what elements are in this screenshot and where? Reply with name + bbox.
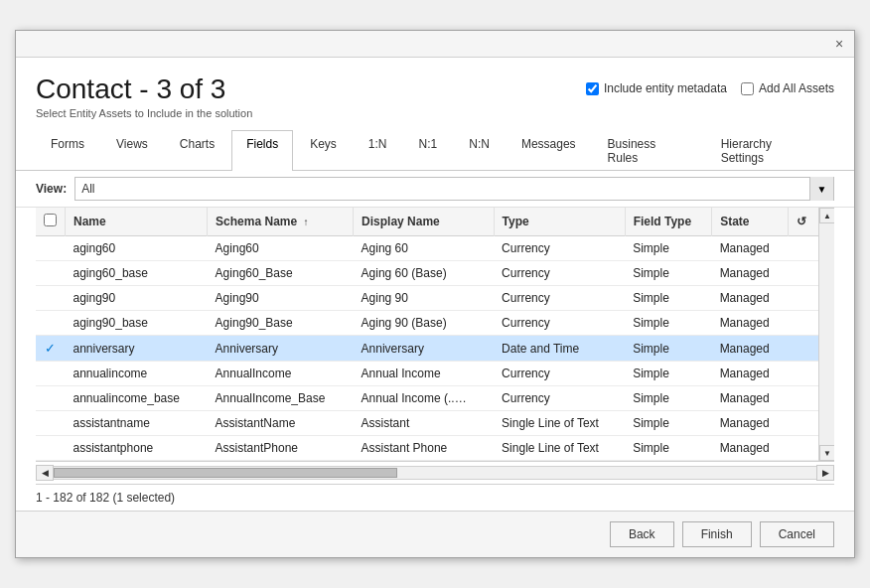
row-type: Currency — [494, 261, 625, 286]
view-select-value: All — [75, 177, 809, 201]
table-scroll-area: Name Schema Name ↑ Display Name Type Fie… — [36, 208, 818, 461]
row-check-cell[interactable] — [36, 436, 66, 461]
include-metadata-text: Include entity metadata — [604, 81, 727, 95]
dialog-header: Contact - 3 of 3 Select Entity Assets to… — [16, 58, 854, 129]
row-name: aging60_base — [66, 261, 208, 286]
col-name[interactable]: Name — [66, 208, 208, 236]
sort-icon: ↑ — [304, 217, 309, 227]
scrollbar-thumb[interactable] — [54, 468, 397, 478]
row-check-cell[interactable] — [36, 311, 66, 336]
include-metadata-checkbox[interactable] — [586, 82, 599, 95]
data-table: Name Schema Name ↑ Display Name Type Fie… — [36, 208, 818, 461]
finish-button[interactable]: Finish — [682, 521, 752, 547]
back-button[interactable]: Back — [610, 521, 674, 547]
cancel-button[interactable]: Cancel — [760, 521, 834, 547]
row-display-name: Assistant — [354, 411, 495, 436]
col-state[interactable]: State — [712, 208, 789, 236]
close-button[interactable]: × — [830, 35, 848, 53]
col-check[interactable] — [36, 208, 66, 236]
tab-messages[interactable]: Messages — [507, 130, 591, 171]
row-action — [788, 286, 818, 311]
include-metadata-label[interactable]: Include entity metadata — [586, 81, 727, 95]
tab-keys[interactable]: Keys — [295, 130, 352, 171]
row-action — [788, 236, 818, 261]
row-display-name: Aging 60 — [354, 236, 495, 261]
tab-hierarchy-settings[interactable]: Hierarchy Settings — [706, 130, 832, 171]
footer: Back Finish Cancel — [16, 511, 854, 557]
view-select[interactable]: All ▼ — [74, 177, 834, 201]
col-schema-name[interactable]: Schema Name ↑ — [208, 208, 354, 236]
row-state: Managed — [712, 411, 789, 436]
table-row[interactable]: aging90_baseAging90_BaseAging 90 (Base)C… — [36, 311, 818, 336]
table-row[interactable]: aging60Aging60Aging 60CurrencySimpleMana… — [36, 236, 818, 261]
row-type: Date and Time — [494, 336, 625, 362]
tab-n-n[interactable]: N:N — [454, 130, 505, 171]
row-field-type: Simple — [625, 436, 711, 461]
row-field-type: Simple — [625, 386, 711, 411]
table-row[interactable]: aging60_baseAging60_BaseAging 60 (Base)C… — [36, 261, 818, 286]
tab-business-rules[interactable]: Business Rules — [593, 130, 704, 171]
tab-views[interactable]: Views — [101, 130, 163, 171]
row-action — [788, 311, 818, 336]
row-display-name: Assistant Phone — [354, 436, 495, 461]
table-row[interactable]: assistantnameAssistantNameAssistantSingl… — [36, 411, 818, 436]
tab-fields[interactable]: Fields — [231, 130, 293, 171]
row-type: Single Line of Text — [494, 436, 625, 461]
row-check-cell[interactable] — [36, 386, 66, 411]
row-type: Currency — [494, 286, 625, 311]
row-field-type: Simple — [625, 362, 711, 386]
row-field-type: Simple — [625, 261, 711, 286]
row-schema-name: Aging60_Base — [208, 261, 354, 286]
status-bar: 1 - 182 of 182 (1 selected) — [16, 485, 854, 511]
row-state: Managed — [712, 236, 789, 261]
row-check-cell[interactable] — [36, 362, 66, 386]
table-row[interactable]: annualincomeAnnualIncomeAnnual IncomeCur… — [36, 362, 818, 386]
row-action — [788, 436, 818, 461]
right-scrollbar: ▲ ▼ — [818, 208, 834, 461]
row-schema-name: Anniversary — [208, 336, 354, 362]
dialog-subtitle: Select Entity Assets to Include in the s… — [36, 107, 252, 119]
row-display-name: Aging 60 (Base) — [354, 261, 495, 286]
scroll-down-button[interactable]: ▼ — [819, 445, 834, 461]
row-schema-name: AssistantName — [208, 411, 354, 436]
add-all-assets-label[interactable]: Add All Assets — [741, 81, 834, 95]
table-row[interactable]: ✓anniversaryAnniversaryAnniversaryDate a… — [36, 336, 818, 362]
tab-forms[interactable]: Forms — [36, 130, 99, 171]
col-refresh[interactable]: ↺ — [788, 208, 818, 236]
view-label: View: — [36, 182, 67, 196]
table-row[interactable]: assistantphoneAssistantPhoneAssistant Ph… — [36, 436, 818, 461]
row-action — [788, 411, 818, 436]
tab-1-n[interactable]: 1:N — [354, 130, 402, 171]
tab-n-1[interactable]: N:1 — [404, 130, 453, 171]
row-field-type: Simple — [625, 311, 711, 336]
table-row[interactable]: annualincome_baseAnnualIncome_BaseAnnual… — [36, 386, 818, 411]
add-all-assets-checkbox[interactable] — [741, 82, 754, 95]
tab-charts[interactable]: Charts — [165, 130, 229, 171]
row-name: aging90 — [66, 286, 208, 311]
col-type[interactable]: Type — [494, 208, 625, 236]
row-check-cell[interactable] — [36, 261, 66, 286]
row-check-cell[interactable] — [36, 411, 66, 436]
scroll-left-button[interactable]: ◀ — [36, 465, 54, 481]
row-state: Managed — [712, 436, 789, 461]
col-display-name[interactable]: Display Name — [354, 208, 495, 236]
row-check-cell[interactable]: ✓ — [36, 336, 66, 362]
scrollbar-track[interactable] — [54, 466, 816, 480]
add-all-assets-text: Add All Assets — [759, 81, 834, 95]
row-check-cell[interactable] — [36, 236, 66, 261]
table-row[interactable]: aging90Aging90Aging 90CurrencySimpleMana… — [36, 286, 818, 311]
col-field-type[interactable]: Field Type — [625, 208, 711, 236]
row-name: assistantname — [66, 411, 208, 436]
row-action — [788, 362, 818, 386]
select-all-checkbox[interactable] — [44, 214, 57, 226]
view-select-arrow[interactable]: ▼ — [809, 177, 833, 201]
row-state: Managed — [712, 362, 789, 386]
row-check-cell[interactable] — [36, 286, 66, 311]
row-schema-name: Aging90 — [208, 286, 354, 311]
row-display-name: Aging 90 (Base) — [354, 311, 495, 336]
scroll-right-button[interactable]: ▶ — [816, 465, 834, 481]
scroll-track — [819, 223, 834, 445]
scroll-up-button[interactable]: ▲ — [819, 208, 834, 223]
table-with-scrollbar: Name Schema Name ↑ Display Name Type Fie… — [36, 208, 834, 461]
row-schema-name: Aging60 — [208, 236, 354, 261]
